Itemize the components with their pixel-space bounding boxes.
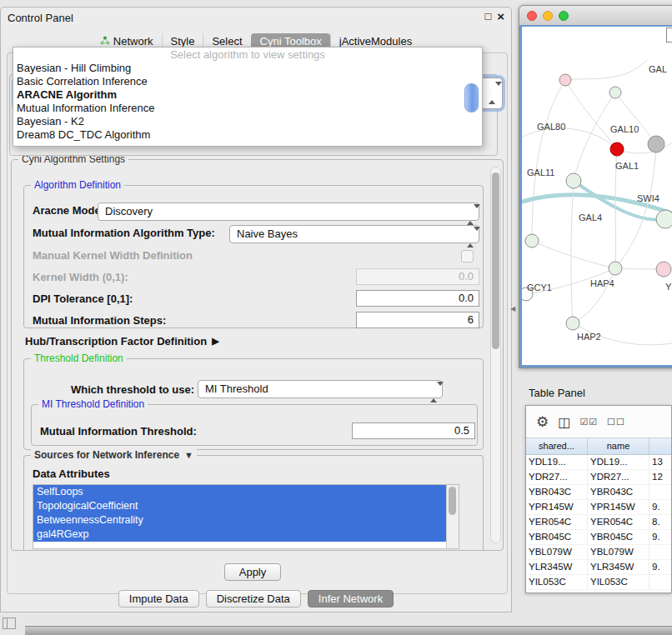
table-header-row: shared...name (526, 438, 671, 455)
application-window: Control Panel □ × NetworkStyleSelectCyni… (0, 0, 672, 635)
attribute-item-selfloops[interactable]: SelfLoops (33, 485, 459, 499)
column-header-name[interactable]: name (588, 438, 649, 454)
sources-toggle[interactable]: Sources for Network Inference ▼ (31, 449, 197, 461)
zoom-window-button[interactable] (559, 11, 569, 21)
mi-type-select[interactable]: Naive Bayes (229, 225, 479, 243)
hub-definition-toggle[interactable]: Hub/Transcription Factor Definition ▶ (25, 335, 219, 348)
network-node[interactable] (656, 210, 672, 228)
algorithm-option-aracne-algorithm[interactable]: ARACNE Algorithm (13, 88, 482, 102)
mi-threshold-label: Mutual Information Threshold: (40, 423, 197, 440)
network-node[interactable] (525, 234, 539, 248)
dpi-tolerance-input[interactable]: 0.0 (356, 290, 479, 307)
table-row[interactable]: YBL079WYBL079W (526, 545, 671, 560)
table-cell: YDL19... (588, 455, 649, 469)
tab-label: Style (171, 35, 195, 48)
algorithm-option-bayesian-hill-climbing[interactable]: Bayesian - Hill Climbing (13, 62, 482, 75)
table-row[interactable]: YDR27...YDR27...12 (526, 470, 671, 485)
tab-label: Network (113, 35, 153, 48)
data-attributes-list: SelfLoopsTopologicalCoefficientBetweenne… (33, 484, 459, 549)
table-row[interactable]: YLR345WYLR345W9. (526, 560, 671, 575)
combo-arrows-icon (430, 384, 438, 401)
network-node[interactable] (648, 136, 664, 152)
network-graph: GALGAL80GAL10GAL11GAL1SWI4GAL4GCY1HAP4YH… (522, 27, 672, 368)
node-label-gal: GAL (649, 64, 667, 74)
tab-discretize-data[interactable]: Discretize Data (206, 590, 301, 608)
close-panel-button[interactable]: × (497, 10, 504, 22)
manual-kernel-label: Manual Kernel Width Definition (33, 248, 193, 264)
kernel-width-input[interactable]: 0.0 (356, 268, 479, 285)
table-cell (649, 485, 671, 499)
table-row[interactable]: YPR145WYPR145W9. (526, 500, 671, 515)
network-node[interactable] (609, 87, 621, 98)
tab-impute-data[interactable]: Impute Data (118, 590, 199, 608)
docked-panel-icon[interactable] (3, 618, 16, 629)
network-node[interactable] (609, 262, 622, 275)
table-toolbar: ⚙ ◫ ☑☑ ☐☐ (526, 406, 671, 438)
table-cell: YPR145W (588, 500, 649, 514)
table-cell: YIL053C (526, 575, 588, 589)
algorithm-dropdown-popup: Select algorithm to view settings Bayesi… (13, 47, 483, 147)
manual-kernel-checkbox[interactable] (461, 250, 474, 262)
birdseye-toggle[interactable] (666, 28, 672, 42)
minimize-window-button[interactable] (543, 11, 553, 21)
network-window-titlebar[interactable] (519, 6, 672, 26)
network-node[interactable] (566, 173, 581, 188)
algorithm-option-bayesian-k2[interactable]: Bayesian - K2 (13, 115, 482, 128)
node-label-gal80: GAL80 (537, 122, 565, 132)
table-row[interactable]: YIL053CYIL053C (526, 575, 671, 590)
network-node[interactable] (656, 262, 671, 277)
gear-icon[interactable]: ⚙ (536, 413, 549, 431)
table-cell: YBL079W (526, 545, 588, 559)
bottom-tab-bar: Impute DataDiscretize DataInfer Network (1, 590, 511, 608)
aracne-mode-select[interactable]: Discovery (98, 202, 479, 221)
attribute-item-topologicalcoefficient[interactable]: TopologicalCoefficient (33, 499, 459, 513)
table-cell: 8. (649, 515, 671, 529)
tab-label: Select (212, 35, 242, 48)
network-edge (615, 92, 656, 144)
threshold-definition-title: Threshold Definition (31, 352, 127, 364)
node-label-swi4: SWI4 (637, 193, 659, 203)
close-window-button[interactable] (527, 11, 537, 21)
select-all-icon[interactable]: ☑☑ (579, 417, 598, 428)
settings-scrollbar-thumb[interactable] (492, 172, 499, 349)
table-row[interactable]: YDL19...YDL19...13 (526, 455, 671, 470)
network-edge (574, 92, 615, 181)
node-label-y: Y (665, 282, 672, 292)
algorithm-option-mutual-information-inference[interactable]: Mutual Information Inference (13, 102, 482, 115)
list-scrollbar-thumb[interactable] (449, 487, 456, 515)
tab-infer-network[interactable]: Infer Network (308, 590, 394, 608)
apply-button[interactable]: Apply (224, 563, 281, 581)
table-row[interactable]: YER054CYER054C8. (526, 515, 671, 530)
columns-icon[interactable]: ◫ (558, 414, 570, 430)
which-threshold-label: Which threshold to use: (71, 382, 194, 398)
float-panel-button[interactable]: □ (484, 10, 491, 22)
deselect-all-icon[interactable]: ☐☐ (607, 417, 625, 428)
settings-scrollbar[interactable] (490, 167, 501, 543)
mi-steps-input[interactable]: 6 (356, 312, 479, 328)
popup-scrollbar-thumb[interactable] (464, 83, 479, 112)
table-row[interactable]: YBR045CYBR045C9. (526, 530, 671, 545)
list-scrollbar[interactable] (446, 485, 459, 548)
panel-collapse-arrow-icon[interactable]: ◀ (510, 305, 515, 312)
algorithm-option-basic-correlation-inference[interactable]: Basic Correlation Inference (13, 75, 482, 88)
mi-type-value: Naive Bayes (237, 228, 298, 240)
combo-arrows-icon (467, 207, 474, 223)
algorithm-definition-title: Algorithm Definition (31, 179, 124, 191)
table-cell: 13 (649, 455, 671, 469)
sources-group: Sources for Network Inference ▼ Data Att… (23, 455, 484, 550)
network-edge (532, 241, 615, 268)
attribute-item-betweennesscentrality[interactable]: BetweennessCentrality (33, 513, 459, 528)
network-node[interactable] (559, 74, 571, 86)
mi-threshold-input[interactable]: 0.5 (352, 422, 475, 439)
table-cell: YBL079W (588, 545, 649, 559)
column-header-shared[interactable]: shared... (526, 438, 588, 454)
network-canvas[interactable]: GALGAL80GAL10GAL11GAL1SWI4GAL4GCY1HAP4YH… (519, 25, 672, 368)
algorithm-option-dream8-dc-tdc-algorithm[interactable]: Dream8 DC_TDC Algorithm (13, 128, 482, 142)
threshold-type-select[interactable]: MI Threshold (198, 380, 443, 398)
table-cell: YIL053C (588, 575, 649, 589)
mi-type-label: Mutual Information Algorithm Type: (33, 225, 215, 242)
attribute-item-gal4rgexp[interactable]: gal4RGexp (33, 528, 459, 542)
table-row[interactable]: YBR043CYBR043C (526, 485, 671, 500)
network-node[interactable] (566, 317, 579, 330)
network-node[interactable] (610, 142, 624, 156)
